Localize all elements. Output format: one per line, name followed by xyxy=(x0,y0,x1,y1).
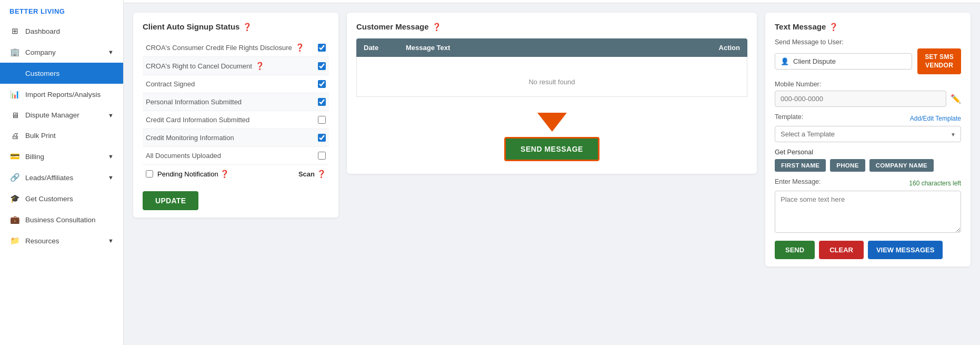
business-icon: 💼 xyxy=(9,215,20,224)
chars-left: 160 characters left xyxy=(909,180,961,187)
sidebar-item-label: Leads/Affiliates xyxy=(25,174,73,182)
sidebar-item-import-reports[interactable]: 📊 Import Reports/Analysis xyxy=(0,84,123,105)
sidebar-item-label: Company xyxy=(25,48,56,56)
edit-icon[interactable]: ✏️ xyxy=(951,94,961,104)
sms-action-buttons: SEND CLEAR VIEW MESSAGES xyxy=(775,241,961,259)
signup-row-all-docs: All Documents Uploaded xyxy=(143,147,329,165)
signup-checkbox-credit-monitoring[interactable] xyxy=(318,134,326,142)
user-value: Client Dispute xyxy=(793,57,836,65)
customer-message-title: Customer Message ❓ xyxy=(356,22,747,31)
sidebar-item-billing[interactable]: 💳 Billing ▼ xyxy=(0,146,123,167)
chevron-down-icon: ▼ xyxy=(108,238,114,244)
dispute-icon: 🖥 xyxy=(9,111,20,120)
first-name-button[interactable]: FIRST NAME xyxy=(775,159,826,172)
company-name-button[interactable]: COMPANY NAME xyxy=(869,159,934,172)
col-message-text: Message Text xyxy=(406,44,698,52)
sidebar-item-dispute-manager[interactable]: 🖥 Dispute Manager ▼ xyxy=(0,105,123,125)
pending-help-icon[interactable]: ❓ xyxy=(220,170,229,178)
sidebar-item-customers[interactable]: 👤 Customers xyxy=(0,63,123,84)
arrow-down-icon xyxy=(537,113,567,132)
bulk-print-icon: 🖨 xyxy=(9,131,20,140)
sidebar-item-leads[interactable]: 🔗 Leads/Affiliates ▼ xyxy=(0,167,123,188)
signup-row-contract: Contract Signed xyxy=(143,75,329,93)
sidebar-item-label: Business Consultation xyxy=(25,216,96,224)
sidebar-item-label: Customers xyxy=(25,70,59,77)
signup-checkbox-croa-cancel[interactable] xyxy=(318,62,326,70)
customers-icon: 👤 xyxy=(9,68,20,78)
signup-row-credit-monitoring: Credit Monitoring Information xyxy=(143,129,329,147)
col-action: Action xyxy=(698,44,740,52)
get-customers-icon: 🎓 xyxy=(9,194,20,203)
signup-item-label: All Documents Uploaded xyxy=(146,152,221,160)
template-select-wrapper: Select a Template xyxy=(775,126,961,142)
signup-checkbox-pending[interactable] xyxy=(146,170,153,178)
phone-button[interactable]: PHONE xyxy=(830,159,865,172)
customer-message-help-icon[interactable]: ❓ xyxy=(432,23,441,31)
sidebar-item-label: Bulk Print xyxy=(25,132,56,140)
signup-item-label: Contract Signed xyxy=(146,80,195,88)
item-help-icon[interactable]: ❓ xyxy=(295,43,304,52)
mobile-label: Mobile Number: xyxy=(775,81,961,88)
panels-row: Client Auto Signup Status ❓ CROA's Consu… xyxy=(124,3,980,276)
sidebar-item-label: Get Customers xyxy=(25,195,73,203)
sidebar-item-resources[interactable]: 📁 Resources ▼ xyxy=(0,230,123,251)
enter-message-label: Enter Message: xyxy=(775,178,821,185)
signup-panel-title: Client Auto Signup Status ❓ xyxy=(143,22,329,31)
mobile-number-row: Mobile Number: ✏️ xyxy=(775,81,961,107)
set-sms-vendor-button[interactable]: SET SMSVENDOR xyxy=(917,48,961,74)
sms-send-button[interactable]: SEND xyxy=(775,241,815,259)
billing-icon: 💳 xyxy=(9,152,20,161)
sidebar-item-label: Billing xyxy=(25,153,44,161)
chevron-down-icon: ▼ xyxy=(108,112,114,119)
signup-row-pending: Pending Notification ❓ Scan ❓ xyxy=(143,165,329,183)
company-icon: 🏢 xyxy=(9,47,20,57)
signup-item-label: CROA's Right to Cancel Document ❓ xyxy=(146,62,264,70)
signup-checkbox-personal-info[interactable] xyxy=(318,98,326,106)
scan-label: Scan ❓ xyxy=(298,170,326,178)
signup-help-icon[interactable]: ❓ xyxy=(243,23,252,31)
template-label: Template: xyxy=(775,113,803,121)
personal-buttons-group: FIRST NAME PHONE COMPANY NAME xyxy=(775,159,961,172)
send-message-button[interactable]: SEND MESSAGE xyxy=(504,137,599,161)
message-textarea[interactable] xyxy=(775,191,961,233)
customer-message-panel: Customer Message ❓ Date Message Text Act… xyxy=(347,13,757,174)
send-to-row: Send Message to User: 👤 Client Dispute S… xyxy=(775,38,961,74)
sidebar-item-label: Resources xyxy=(25,237,59,245)
text-message-panel: Text Message ❓ Send Message to User: 👤 C… xyxy=(765,13,971,267)
update-button[interactable]: UPDATE xyxy=(143,191,198,210)
pending-label: Pending Notification ❓ xyxy=(157,170,229,178)
sms-clear-button[interactable]: CLEAR xyxy=(819,241,864,259)
signup-checkbox-all-docs[interactable] xyxy=(318,152,326,160)
sidebar-item-get-customers[interactable]: 🎓 Get Customers xyxy=(0,188,123,209)
signup-checkbox-croa-credit[interactable] xyxy=(318,44,326,52)
sidebar-item-business-consultation[interactable]: 💼 Business Consultation xyxy=(0,209,123,230)
user-avatar-icon: 👤 xyxy=(781,57,789,65)
text-message-title: Text Message ❓ xyxy=(775,22,961,31)
template-label-row: Template: Add/Edit Template xyxy=(775,113,961,123)
text-message-help-icon[interactable]: ❓ xyxy=(829,23,838,31)
import-icon: 📊 xyxy=(9,90,20,99)
item-help-icon[interactable]: ❓ xyxy=(255,62,264,70)
view-messages-button[interactable]: VIEW MESSAGES xyxy=(868,241,943,259)
signup-row-croa-credit: CROA's Consumer Credit File Rights Discl… xyxy=(143,38,329,57)
signup-checkbox-credit-card[interactable] xyxy=(318,116,326,124)
send-to-label: Send Message to User: xyxy=(775,38,961,46)
sidebar-item-dashboard[interactable]: ⊞ Dashboard xyxy=(0,21,123,42)
template-select[interactable]: Select a Template xyxy=(775,126,961,142)
sidebar-item-company[interactable]: 🏢 Company ▼ xyxy=(0,42,123,63)
dashboard-icon: ⊞ xyxy=(9,26,20,36)
chevron-down-icon: ▼ xyxy=(108,49,114,55)
col-date: Date xyxy=(364,44,406,52)
sidebar-item-bulk-print[interactable]: 🖨 Bulk Print xyxy=(0,125,123,146)
template-row: Template: Add/Edit Template Select a Tem… xyxy=(775,113,961,142)
signup-checkbox-contract[interactable] xyxy=(318,80,326,88)
user-select-input[interactable]: 👤 Client Dispute xyxy=(775,53,912,70)
chevron-down-icon: ▼ xyxy=(108,174,114,181)
mobile-number-input[interactable] xyxy=(775,91,946,107)
add-edit-template-link[interactable]: Add/Edit Template xyxy=(910,115,961,122)
scan-help-icon[interactable]: ❓ xyxy=(317,170,326,178)
mobile-input-row: ✏️ xyxy=(775,91,961,107)
send-message-area: SEND MESSAGE xyxy=(356,97,747,166)
resources-icon: 📁 xyxy=(9,236,20,245)
sidebar-item-label: Dashboard xyxy=(25,27,60,35)
